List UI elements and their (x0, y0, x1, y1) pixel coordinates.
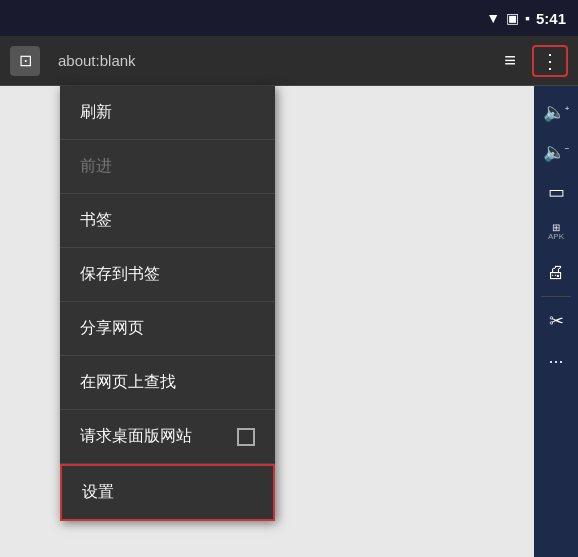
menu-item-bookmarks[interactable]: 书签 (60, 194, 275, 248)
volume-up-icon: 🔈+ (543, 101, 570, 123)
menu-item-settings[interactable]: 设置 (60, 464, 275, 521)
volume-up-button[interactable]: 🔈+ (538, 94, 574, 130)
menu-item-share[interactable]: 分享网页 (60, 302, 275, 356)
status-icons: ▼ ▣ ▪ 5:41 (486, 10, 566, 27)
more-button[interactable]: ··· (538, 343, 574, 379)
wifi-icon: ▼ (486, 10, 500, 26)
more-icon: ··· (548, 351, 563, 372)
screen-button[interactable]: ▭ (538, 174, 574, 210)
print-button[interactable]: 🖨 (538, 254, 574, 290)
menu-item-find[interactable]: 在网页上查找 (60, 356, 275, 410)
battery-icon: ▪ (525, 10, 530, 26)
cut-icon: ✂ (549, 310, 564, 332)
menu-item-refresh[interactable]: 刷新 (60, 86, 275, 140)
signal-icon: ▣ (506, 10, 519, 26)
address-bar[interactable]: about:blank (48, 46, 488, 75)
browser-toolbar: ⊡ about:blank ≡ ⋮ (0, 36, 578, 86)
tabs-button[interactable]: ≡ (496, 45, 524, 76)
volume-down-icon: 🔈− (543, 141, 570, 163)
menu-item-save-bookmark[interactable]: 保存到书签 (60, 248, 275, 302)
browser-main: 刷新 前进 书签 保存到书签 分享网页 在网页上查找 请求桌面版网站 (0, 86, 578, 557)
tabs-icon: ≡ (504, 49, 516, 72)
menu-dots-icon: ⋮ (540, 49, 560, 73)
right-sidebar: 🔈+ 🔈− ▭ ⊞ APK 🖨 ✂ ··· (534, 86, 578, 557)
web-content: 刷新 前进 书签 保存到书签 分享网页 在网页上查找 请求桌面版网站 (0, 86, 534, 557)
volume-down-button[interactable]: 🔈− (538, 134, 574, 170)
status-bar: ▼ ▣ ▪ 5:41 (0, 0, 578, 36)
dropdown-menu: 刷新 前进 书签 保存到书签 分享网页 在网页上查找 请求桌面版网站 (60, 86, 275, 521)
menu-item-forward[interactable]: 前进 (60, 140, 275, 194)
menu-button[interactable]: ⋮ (532, 45, 568, 77)
sidebar-divider (541, 296, 571, 297)
app-button[interactable]: ⊞ APK (538, 214, 574, 250)
status-time: 5:41 (536, 10, 566, 27)
cut-button[interactable]: ✂ (538, 303, 574, 339)
menu-item-desktop[interactable]: 请求桌面版网站 (60, 410, 275, 464)
browser-logo-icon[interactable]: ⊡ (10, 46, 40, 76)
print-icon: 🖨 (547, 262, 565, 283)
screen-icon: ▭ (548, 181, 565, 203)
desktop-checkbox[interactable] (237, 428, 255, 446)
